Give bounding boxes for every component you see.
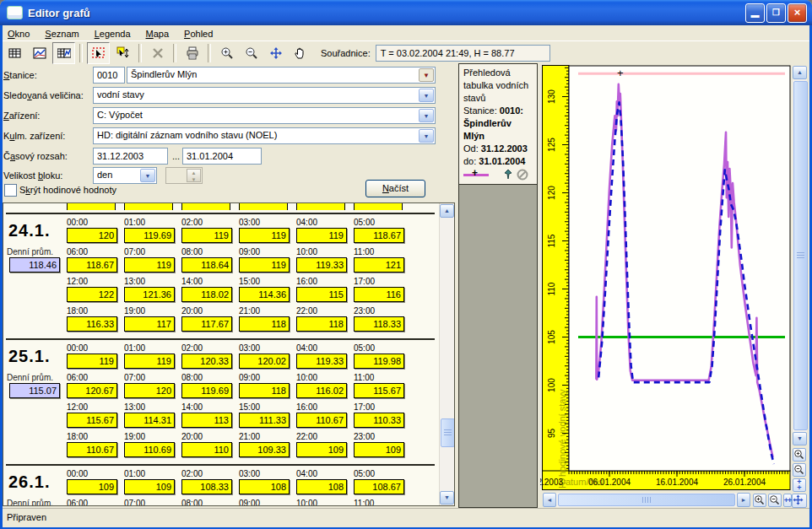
hour-value-cell[interactable]: 119 [67,354,117,369]
hour-value-cell[interactable]: 109 [354,442,404,457]
hour-value-cell[interactable]: 116.33 [67,316,117,332]
no-entry-icon[interactable] [516,169,529,181]
graph-pan-button[interactable] [792,494,807,508]
load-button[interactable]: Načíst [365,180,425,197]
hour-value-cell[interactable]: 121.36 [124,287,175,302]
hour-value-cell[interactable]: 119.33 [296,257,347,273]
graph-hscroll-thumb[interactable] [558,494,735,506]
hour-value-cell[interactable]: 120 [124,383,175,398]
graph-vscroll-thumb[interactable] [793,81,808,430]
hour-value-cell[interactable]: 113 [181,413,232,428]
graph-zoom-in-x-button[interactable] [753,494,766,507]
date-from-input[interactable]: 31.12.2003 [93,148,168,165]
graph-scroll-left-icon[interactable]: ◄ [543,493,556,507]
hour-value-cell[interactable]: 122 [67,287,117,302]
hour-value-cell[interactable]: 119 [239,228,290,243]
hour-value-cell[interactable]: 118 [239,383,290,398]
hour-value-cell[interactable]: 118.67 [354,228,404,243]
menu-okno[interactable]: Okno [8,29,30,39]
hour-value-cell[interactable]: 118.64 [181,257,232,273]
graph-horizontal-scrollbar[interactable] [556,493,737,507]
table-scroll-thumb[interactable] [441,418,455,447]
hour-value-cell[interactable]: 119.98 [354,354,404,369]
hour-value-cell[interactable]: 119 [181,228,232,243]
hour-value-cell[interactable]: 110.67 [67,442,117,457]
menu-mapa[interactable]: Mapa [146,29,170,39]
hour-value-cell[interactable]: 108 [239,479,290,494]
graph-zoom-out-x-button[interactable] [768,494,782,507]
pin-icon[interactable] [501,169,516,181]
hour-value-cell[interactable]: 114.31 [124,413,175,428]
graph-expand-y-button[interactable]: ++ [793,478,806,492]
hour-value-cell[interactable]: 118.33 [354,316,404,332]
table-chart-view-button[interactable] [52,42,75,64]
chart-view-button[interactable] [28,42,51,64]
hour-value-cell[interactable]: 109 [124,479,175,494]
graph-scroll-up-icon[interactable]: ▲ [793,66,807,79]
graph-zoom-out-y-button[interactable] [793,463,806,477]
scroll-down-icon[interactable]: ▼ [440,491,454,505]
hour-value-cell[interactable]: 119 [124,354,175,369]
select-mode-button[interactable] [87,42,110,64]
hour-value-cell[interactable]: 120.02 [239,354,290,369]
print-button[interactable] [181,42,203,64]
hand-tool-button[interactable] [289,42,311,64]
pan-mode-button[interactable] [264,42,287,64]
graph-scroll-down-icon[interactable]: ▼ [793,432,807,445]
hide-hours-checkbox[interactable] [4,184,17,197]
scroll-up-icon[interactable]: ▲ [440,204,454,218]
chevron-down-icon[interactable]: ▼ [419,109,434,122]
menu-legenda[interactable]: Legenda [95,29,131,39]
kulm-device-combo[interactable]: HD: digitální záznam vodního stavu (NOEL… [93,127,436,144]
device-combo[interactable]: C: Výpočet ▼ [93,107,436,124]
hour-value-cell[interactable]: 111.33 [239,413,290,428]
chevron-down-icon[interactable]: ▼ [419,129,434,143]
table-vertical-scrollbar[interactable]: ▲ ▼ [439,203,454,505]
hour-value-cell[interactable]: 108.67 [354,479,404,494]
hour-value-cell[interactable]: 120.33 [181,354,232,369]
hour-value-cell[interactable]: 119 [296,228,347,243]
hour-value-cell[interactable]: 115.67 [354,383,404,398]
chart-canvas[interactable]: H: hodinové vodní stavyDatum/čas95100105… [540,63,809,513]
graph-expand-x-button[interactable]: ++ [783,494,792,507]
graph-vertical-scrollbar[interactable] [793,79,807,432]
maximize-button[interactable]: ❒ [766,3,786,23]
hour-value-cell[interactable]: 118.67 [67,257,117,273]
chevron-down-icon[interactable]: ▼ [140,169,155,182]
hour-value-cell[interactable]: 119.33 [296,354,347,369]
hour-value-cell[interactable]: 118 [296,316,347,332]
quantity-combo[interactable]: vodní stavy ▼ [93,87,436,104]
hour-value-cell[interactable]: 120 [67,228,117,243]
hour-value-cell[interactable]: 110.33 [354,413,404,428]
hour-value-cell[interactable]: 121 [354,257,404,273]
menu-pohled[interactable]: Pohled [184,29,213,39]
block-count-spinner[interactable]: ▲▼ [165,167,203,184]
hour-value-cell[interactable]: 117.67 [181,316,232,332]
chevron-down-icon[interactable]: ▼ [419,89,434,102]
close-button[interactable]: × [788,3,807,23]
menu-seznam[interactable]: Seznam [45,29,78,39]
hour-value-cell[interactable]: 119 [239,257,290,273]
hour-value-cell[interactable]: 120.67 [67,383,117,398]
hour-value-cell[interactable]: 109 [296,442,347,457]
delete-button[interactable] [146,42,169,64]
graph-scroll-right-icon[interactable]: ► [737,493,750,507]
hour-value-cell[interactable]: 114.36 [239,287,290,302]
hour-value-cell[interactable]: 115.67 [67,413,117,428]
hour-value-cell[interactable]: 119.69 [124,228,175,243]
hour-value-cell[interactable]: 117 [124,316,175,332]
hour-value-cell[interactable]: 108 [296,479,347,494]
station-dropdown-icon[interactable]: ▼ [419,68,434,82]
spinner-arrows-icon[interactable]: ▲▼ [187,169,201,182]
hour-value-cell[interactable]: 116 [354,287,404,302]
zoom-out-button[interactable] [240,42,263,64]
hour-value-cell[interactable]: 115 [296,287,347,302]
station-code-input[interactable]: 0010 [93,67,125,84]
move-point-mode-button[interactable] [111,42,134,64]
graph-zoom-in-y-button[interactable] [793,448,806,462]
hour-value-cell[interactable]: 119 [124,257,175,273]
hour-value-cell[interactable]: 109.33 [239,442,290,457]
hour-value-cell[interactable]: 116.02 [296,383,347,398]
hour-value-cell[interactable]: 109 [67,479,117,494]
minimize-button[interactable]: ▬ [745,3,765,23]
